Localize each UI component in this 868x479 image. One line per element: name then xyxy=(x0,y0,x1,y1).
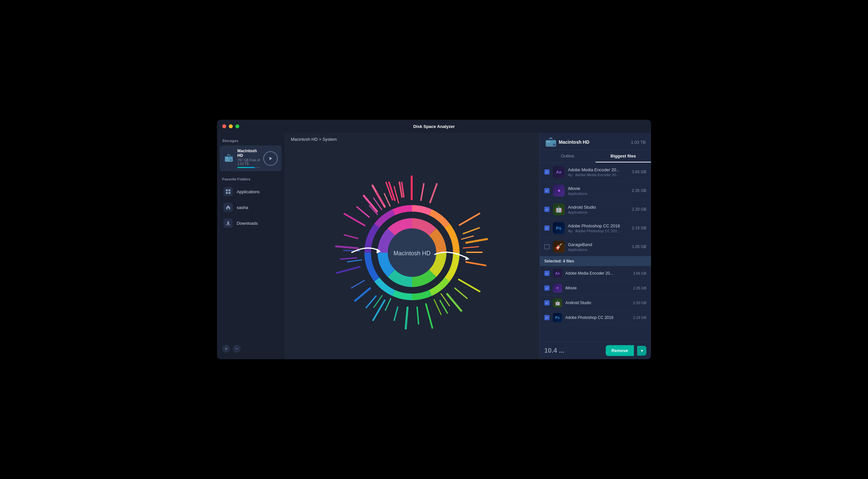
imovie-icon: ✦ xyxy=(553,185,565,196)
remove-dropdown-button[interactable]: ▼ xyxy=(637,346,646,356)
minimize-button[interactable] xyxy=(229,124,233,128)
total-size: 10.4 ... xyxy=(544,347,564,354)
svg-rect-63 xyxy=(547,141,550,142)
sel-android-size: 2.20 GB xyxy=(633,301,646,305)
sidebar-item-applications[interactable]: Applications xyxy=(218,184,283,199)
android-size: 2.20 GB xyxy=(632,207,646,212)
sel-ps-name: Adobe Photoshop CC 2018 xyxy=(565,315,630,320)
sel-ps-size: 2.19 GB xyxy=(633,316,646,320)
sel-ame-size: 3.66 GB xyxy=(633,271,646,275)
svg-rect-22 xyxy=(465,261,487,266)
bottom-bar: 10.4 ... Remove ▼ xyxy=(540,342,651,359)
ps-sub: Ap Adobe Photoshop CC 201... xyxy=(568,229,629,233)
selected-file-imovie[interactable]: ✦ iMovie 2.35 GB xyxy=(540,281,651,296)
add-folder-button[interactable]: + xyxy=(222,345,230,353)
download-icon xyxy=(223,219,233,228)
svg-rect-35 xyxy=(336,265,361,274)
svg-rect-34 xyxy=(351,280,365,288)
svg-rect-32 xyxy=(365,295,377,309)
storage-bar-bg xyxy=(237,167,260,168)
svg-rect-41 xyxy=(363,194,378,213)
sel-imovie-icon: ✦ xyxy=(553,284,562,293)
app-window: Disk Space Analyzer Storages Mac xyxy=(217,120,651,359)
sel-ame-checkbox[interactable] xyxy=(544,271,550,276)
android-icon: 🤖 xyxy=(553,203,565,215)
close-button[interactable] xyxy=(222,124,226,128)
svg-rect-4 xyxy=(225,158,228,158)
ame-checkbox[interactable] xyxy=(544,169,550,174)
svg-rect-7 xyxy=(228,189,230,191)
sel-android-icon: 🤖 xyxy=(553,298,562,308)
svg-rect-30 xyxy=(393,306,399,321)
ame-size: 3.66 GB xyxy=(632,170,646,174)
imovie-checkbox[interactable] xyxy=(544,188,550,193)
svg-rect-17 xyxy=(429,183,438,203)
sel-imovie-checkbox[interactable] xyxy=(544,285,550,291)
ps-name: Adobe Photoshop CC 2018 xyxy=(568,223,629,228)
right-panel: Macintosh HD 1.03 TB Outline Biggest fil… xyxy=(539,133,651,359)
storage-disk-icon xyxy=(223,153,234,164)
right-header: Macintosh HD 1.03 TB xyxy=(540,133,651,150)
file-item-ame[interactable]: Ae Adobe Media Encoder 20... Ap Adobe Me… xyxy=(540,163,651,182)
tab-biggest-files[interactable]: Biggest files xyxy=(595,150,651,162)
garageband-size: 1.05 GB xyxy=(632,245,646,249)
sel-android-checkbox[interactable] xyxy=(544,300,550,306)
svg-marker-5 xyxy=(270,157,272,160)
svg-rect-29 xyxy=(404,307,408,329)
sel-ps-checkbox[interactable] xyxy=(544,315,550,320)
storage-info: Macintosh HD 797 GB Free of 1.03 TB xyxy=(237,149,260,168)
file-item-garageband[interactable]: 🎸 GarageBand Applications 1.05 GB xyxy=(540,237,651,256)
hd-disk-icon xyxy=(545,137,555,147)
applications-label: Applications xyxy=(237,189,260,194)
sel-ps-icon: Ps xyxy=(553,313,562,322)
selected-file-android[interactable]: 🤖 Android Studio 2.20 GB xyxy=(540,296,651,310)
tab-outline[interactable]: Outline xyxy=(540,150,595,162)
svg-rect-48 xyxy=(384,298,391,311)
sidebar-item-sasha[interactable]: sasha xyxy=(218,199,283,215)
selected-file-ame[interactable]: Ae Adobe Media Encoder 20... 3.66 GB xyxy=(540,266,651,281)
sasha-label: sasha xyxy=(237,205,248,210)
sidebar-item-downloads[interactable]: Downloads xyxy=(218,215,283,231)
remove-button[interactable]: Remove xyxy=(606,345,634,356)
ame-info: Adobe Media Encoder 20... Ap Adobe Media… xyxy=(568,167,629,177)
svg-rect-15 xyxy=(411,175,413,200)
garageband-icon: 🎸 xyxy=(553,241,565,253)
svg-rect-40 xyxy=(356,206,370,218)
ps-info: Adobe Photoshop CC 2018 Ap Adobe Photosh… xyxy=(568,223,629,233)
svg-rect-28 xyxy=(416,307,419,324)
breadcrumb-text: Macintosh HD > System xyxy=(291,137,337,142)
storage-bar-fill xyxy=(237,167,255,168)
svg-rect-55 xyxy=(343,250,360,251)
svg-rect-27 xyxy=(425,303,433,329)
file-item-ps[interactable]: Ps Adobe Photoshop CC 2018 Ap Adobe Phot… xyxy=(540,219,651,237)
android-checkbox[interactable] xyxy=(544,207,550,212)
android-sub: Applications xyxy=(568,210,629,214)
imovie-sub: Applications xyxy=(568,192,629,195)
storage-name: Macintosh HD xyxy=(237,149,260,158)
remove-folder-button[interactable]: − xyxy=(233,345,241,353)
svg-rect-51 xyxy=(393,186,399,203)
sel-imovie-name: iMovie xyxy=(565,286,630,290)
downloads-label: Downloads xyxy=(237,221,258,226)
selected-file-ps[interactable]: Ps Adobe Photoshop CC 2018 2.19 GB xyxy=(540,310,651,325)
imovie-info: iMovie Applications xyxy=(568,186,629,195)
hd-name: Macintosh HD xyxy=(559,139,628,145)
file-item-android[interactable]: 🤖 Android Studio Applications 2.20 GB xyxy=(540,200,651,219)
storage-item[interactable]: Macintosh HD 797 GB Free of 1.03 TB xyxy=(220,145,282,171)
main-content: Storages Macintosh HD 797 GB Free of 1.0… xyxy=(217,133,651,359)
app-title: Disk Space Analyzer xyxy=(413,124,455,129)
svg-rect-45 xyxy=(383,193,391,207)
maximize-button[interactable] xyxy=(236,124,239,128)
scan-button[interactable] xyxy=(263,151,278,166)
imovie-size: 2.35 GB xyxy=(632,188,646,193)
garageband-checkbox[interactable] xyxy=(544,244,550,249)
ps-size: 2.19 GB xyxy=(632,226,646,230)
ame-sub: Ap Adobe Media Encoder 20... xyxy=(568,173,629,177)
storages-label: Storages xyxy=(217,133,284,145)
ame-name: Adobe Media Encoder 20... xyxy=(568,167,629,172)
ps-checkbox[interactable] xyxy=(544,225,550,231)
sel-ame-name: Adobe Media Encoder 20... xyxy=(565,271,630,276)
garageband-name: GarageBand xyxy=(568,242,629,247)
sunburst-chart[interactable]: Macintosh HD xyxy=(327,167,497,338)
file-item-imovie[interactable]: ✦ iMovie Applications 2.35 GB xyxy=(540,182,651,200)
